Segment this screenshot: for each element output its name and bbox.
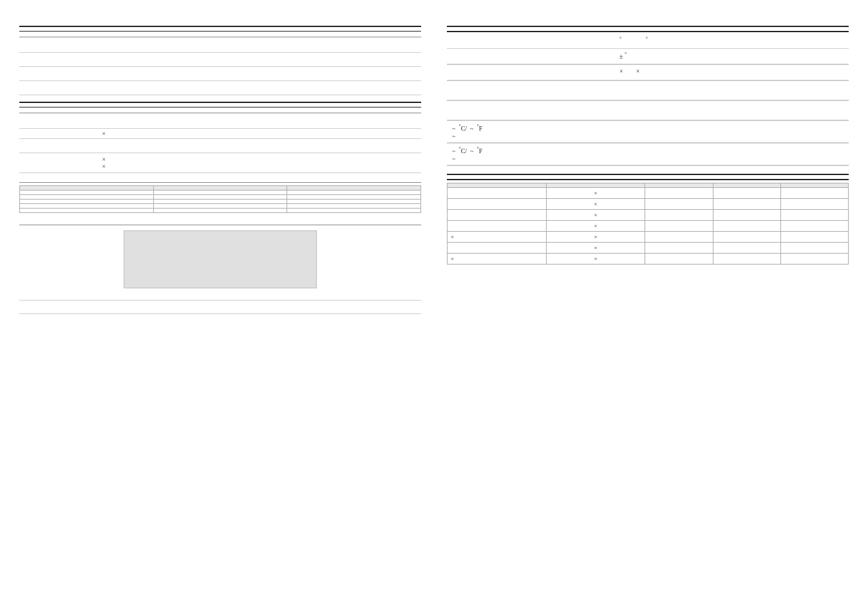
table-cell: [153, 204, 287, 209]
left-section-1-subtitle: [19, 34, 421, 37]
table-row: [20, 204, 421, 209]
table-cell: [780, 210, 848, 221]
table-cell: ×: [546, 243, 645, 254]
right-section-2: × × ×: [447, 174, 849, 265]
table-cell: ×: [546, 221, 645, 232]
right-row-3: [447, 81, 849, 100]
table-cell: [20, 195, 154, 200]
gray-image-box: [124, 230, 317, 288]
left-table-section: [19, 180, 421, 216]
table-cell: [287, 204, 421, 209]
left-s1-row-2: [19, 67, 421, 81]
left-section-2: × × ×: [19, 102, 421, 173]
bottom-table-header-3: [713, 183, 780, 188]
table-row: [20, 195, 421, 200]
table-cell: [448, 210, 547, 221]
table-cell: [153, 195, 287, 200]
table-cell: [20, 200, 154, 204]
bottom-table-header-0: [448, 183, 547, 188]
page: × × ×: [0, 0, 868, 340]
table-cell: [780, 221, 848, 232]
table-cell: [645, 188, 713, 199]
table-cell: [713, 254, 780, 265]
left-s2-row-2: [19, 139, 421, 153]
right-divider-6: [447, 165, 849, 166]
table-cell: [448, 243, 547, 254]
table-cell: [645, 199, 713, 210]
table-row: ×: [448, 199, 849, 210]
left-section-1: [19, 26, 421, 95]
left-graybox-subtitle: [19, 222, 421, 225]
table-cell: [645, 210, 713, 221]
table-cell: [780, 188, 848, 199]
right-row-6: ~ °C/ ~ °F ~: [447, 144, 849, 165]
left-s1-row-3: [19, 81, 421, 95]
left-s2-row-3: × ×: [19, 153, 421, 173]
table-cell: [448, 199, 547, 210]
table-cell: [713, 232, 780, 243]
right-column: ° ° ± °: [447, 26, 849, 314]
left-table-header-0: [20, 186, 154, 191]
table-cell: [645, 232, 713, 243]
table-cell: [20, 191, 154, 195]
right-row-2: × ×: [447, 65, 849, 80]
table-cell: [645, 221, 713, 232]
left-table-subtitle: [19, 180, 421, 183]
table-cell: [153, 191, 287, 195]
table-cell: ×: [546, 254, 645, 265]
table-row: ×: [448, 221, 849, 232]
right-row-5: ~ °C/ ~ °F ~: [447, 121, 849, 143]
table-cell: [287, 200, 421, 204]
table-row: ×: [448, 188, 849, 199]
table-cell: [780, 232, 848, 243]
left-section-2-title: [19, 102, 421, 107]
table-cell: ×: [546, 199, 645, 210]
table-row: [20, 191, 421, 195]
table-cell: [713, 221, 780, 232]
right-section-1: ° ° ± °: [447, 26, 849, 166]
table-cell: ×: [448, 254, 547, 265]
right-row-1: ± °: [447, 49, 849, 64]
table-cell: ×: [546, 210, 645, 221]
bottom-table-header-4: [780, 183, 848, 188]
table-cell: [448, 188, 547, 199]
table-row: [20, 209, 421, 213]
table-cell: [287, 209, 421, 213]
left-graybox-section: [19, 222, 421, 293]
left-table-header-2: [287, 186, 421, 191]
table-cell: ×: [546, 188, 645, 199]
left-s1-row-1: [19, 53, 421, 67]
table-cell: [780, 199, 848, 210]
table-cell: [645, 254, 713, 265]
right-section-2-title: [447, 174, 849, 180]
table-cell: [780, 243, 848, 254]
table-cell: [153, 200, 287, 204]
table-cell: [713, 243, 780, 254]
right-row-0: ° °: [447, 33, 849, 49]
table-cell: [713, 188, 780, 199]
table-cell: [713, 210, 780, 221]
table-cell: [20, 209, 154, 213]
table-cell: [448, 221, 547, 232]
right-section-1-title: [447, 26, 849, 32]
table-row: ×: [448, 243, 849, 254]
left-bottom-row: [19, 300, 421, 314]
table-row: [20, 200, 421, 204]
left-column: × × ×: [19, 26, 421, 314]
table-cell: [153, 209, 287, 213]
bottom-table-header-1: [546, 183, 645, 188]
table-cell: [780, 254, 848, 265]
table-cell: [20, 204, 154, 209]
left-section-2-subtitle: [19, 110, 421, 113]
bottom-table-header-2: [645, 183, 713, 188]
table-cell: ×: [448, 232, 547, 243]
table-row: ×: [448, 210, 849, 221]
table-cell: [645, 243, 713, 254]
left-s2-row-0: [19, 115, 421, 129]
table-cell: [287, 195, 421, 200]
table-row: × ×: [448, 254, 849, 265]
left-s2-row-1: ×: [19, 129, 421, 139]
left-section-1-title: [19, 26, 421, 32]
left-s1-row-0: [19, 39, 421, 53]
right-bottom-table: × × ×: [447, 183, 849, 265]
